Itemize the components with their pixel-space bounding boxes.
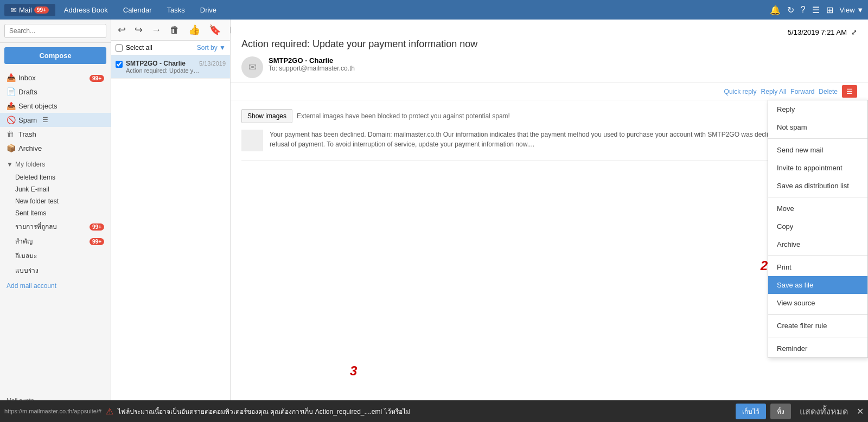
sender-info: SMTP2GO - Charlie To: support@mailmaster… [269, 56, 857, 72]
menu-item-not-spam[interactable]: Not spam [768, 118, 867, 136]
message-toolbar: ↩ ↪ → 🗑 👍 🔖 ⊞ ☰ [111, 20, 230, 41]
forward-toolbar-icon[interactable]: → [149, 23, 163, 37]
spam-warning-text: External images have been blocked to pro… [297, 112, 510, 120]
status-close-icon[interactable]: ✕ [857, 406, 864, 417]
message-list: ↩ ↪ → 🗑 👍 🔖 ⊞ ☰ Select all Sort by ▼ SMT… [111, 20, 231, 422]
undo-icon[interactable]: ↩ [116, 23, 128, 37]
refresh-icon[interactable]: ↻ [787, 5, 794, 15]
subfolder-junk-email[interactable]: Junk E-mail [0, 183, 111, 195]
show-images-button[interactable]: Show images [241, 109, 292, 123]
app-grid-icon[interactable]: ⊞ [826, 5, 833, 15]
sidebar-item-drafts[interactable]: 📄 Drafts [0, 85, 111, 99]
forward-link[interactable]: Forward [790, 88, 814, 95]
main-folders: 📥 Inbox 99+ 📄 Drafts 📤 Sent objects 🚫 Sp… [0, 68, 111, 157]
nav-drive[interactable]: Drive [194, 4, 223, 16]
sidebar-item-inbox[interactable]: 📥 Inbox 99+ [0, 71, 111, 85]
raikar-badge: 99+ [90, 223, 104, 231]
select-all-checkbox[interactable] [116, 44, 123, 52]
keep-button[interactable]: เก็บไว้ [736, 404, 766, 419]
subfolder-samkhan[interactable]: สำคัญ 99+ [0, 234, 111, 248]
expand-email-icon[interactable]: ⤢ [851, 28, 857, 36]
menu-item-archive[interactable]: Archive [768, 235, 867, 253]
more-actions-button[interactable]: ☰ [842, 85, 857, 98]
top-nav: ✉ Mail 99+ Address Book Calendar Tasks D… [0, 0, 868, 20]
menu-icon[interactable]: ☰ [812, 5, 820, 15]
subfolder-draft-th[interactable]: แบบร่าง [0, 263, 111, 278]
menu-item-save-distribution[interactable]: Save as distribution list [768, 177, 867, 195]
subfolder-new-folder-test[interactable]: New folder test [0, 195, 111, 207]
spam-label: Spam [18, 116, 37, 124]
reply-all-link[interactable]: Reply All [761, 88, 787, 95]
email-thumbnail [241, 130, 263, 151]
menu-item-view-source[interactable]: View source [768, 294, 867, 312]
archive-icon: 📦 [7, 144, 15, 152]
subfolder-sent-items[interactable]: Sent Items [0, 207, 111, 219]
trash-icon: 🗑 [7, 130, 15, 138]
nav-mail[interactable]: ✉ Mail 99+ [4, 4, 55, 16]
sort-by-button[interactable]: Sort by ▼ [197, 44, 226, 52]
subfolder-raikar[interactable]: รายการที่ถูกลบ 99+ [0, 219, 111, 234]
status-bar: https://m.mailmaster.co.th/appsuite/# ⚠ … [0, 400, 868, 422]
nav-calendar[interactable]: Calendar [117, 4, 158, 16]
new-folder-test-label: New folder test [15, 197, 59, 205]
status-url: https://m.mailmaster.co.th/appsuite/# [4, 408, 101, 414]
discard-button[interactable]: ทิ้ง [770, 404, 791, 419]
menu-item-copy[interactable]: Copy [768, 218, 867, 235]
compose-button[interactable]: Compose [4, 47, 106, 64]
raikar-label: รายการที่ถูกลบ [15, 221, 57, 232]
top-nav-left: ✉ Mail 99+ Address Book Calendar Tasks D… [4, 4, 223, 16]
archive-label: Archive [18, 144, 42, 152]
nav-address-book[interactable]: Address Book [58, 4, 114, 16]
menu-item-create-filter-rule[interactable]: Create filter rule [768, 317, 867, 335]
nav-drive-label: Drive [200, 6, 216, 14]
nav-calendar-label: Calendar [123, 6, 152, 14]
notification-icon[interactable]: 🔔 [770, 5, 781, 15]
sidebar-item-trash[interactable]: 🗑 Trash [0, 127, 111, 141]
message-content: SMTP2GO - Charlie 5/13/2019 Action requi… [126, 60, 226, 74]
sidebar-item-spam[interactable]: 🚫 Spam ☰ [0, 113, 111, 127]
sidebar-item-archive[interactable]: 📦 Archive [0, 141, 111, 155]
help-icon[interactable]: ? [801, 5, 806, 15]
menu-separator-3 [768, 255, 867, 256]
search-input[interactable] [4, 24, 106, 38]
menu-item-reminder[interactable]: Reminder [768, 340, 867, 357]
search-area [0, 20, 111, 43]
menu-item-invite-appointment[interactable]: Invite to appointment [768, 159, 867, 177]
menu-item-send-new-mail[interactable]: Send new mail [768, 141, 867, 159]
subfolder-deleted-items[interactable]: Deleted Items [0, 171, 111, 183]
delete-link[interactable]: Delete [819, 88, 838, 95]
redo-icon[interactable]: ↪ [132, 23, 145, 37]
inbox-badge: 99+ [90, 74, 104, 82]
view-button[interactable]: View ▼ [840, 6, 864, 14]
subfolder-email-ma[interactable]: อีเมลมะ [0, 248, 111, 263]
add-mail-account[interactable]: Add mail account [0, 278, 111, 294]
menu-item-move[interactable]: Move [768, 200, 867, 218]
menu-separator-4 [768, 314, 867, 315]
delete-toolbar-icon[interactable]: 🗑 [168, 23, 182, 37]
menu-separator-5 [768, 337, 867, 337]
menu-item-print[interactable]: Print [768, 258, 867, 276]
samkhan-label: สำคัญ [15, 236, 33, 246]
menu-item-reply[interactable]: Reply [768, 100, 867, 118]
add-mail-label: Add mail account [7, 282, 56, 290]
bookmark-icon[interactable]: 🔖 [207, 23, 223, 37]
select-all-label[interactable]: Select all [126, 44, 152, 52]
spam-menu-icon[interactable]: ☰ [42, 116, 51, 124]
sidebar-item-sent[interactable]: 📤 Sent objects [0, 99, 111, 113]
menu-item-save-as-file[interactable]: Save as file [768, 276, 867, 294]
message-item[interactable]: SMTP2GO - Charlie 5/13/2019 Action requi… [111, 55, 230, 79]
step-3-container: 3 [350, 363, 357, 379]
inbox-icon: 📥 [7, 73, 15, 82]
quick-reply-link[interactable]: Quick reply [724, 88, 757, 95]
drafts-icon: 📄 [7, 87, 15, 96]
message-checkbox[interactable] [116, 61, 123, 68]
step-2-container: 2 [761, 258, 768, 273]
flag-icon[interactable]: 👍 [186, 23, 202, 37]
nav-tasks[interactable]: Tasks [161, 4, 192, 16]
my-folders-header[interactable]: ▼ My folders [0, 157, 111, 171]
status-expand[interactable]: แสดงทั้งหมด [800, 405, 848, 418]
email-date-row: 5/13/2019 7:21 AM ⤢ [241, 28, 857, 36]
sent-items-label: Sent Items [15, 209, 46, 217]
select-all-row: Select all Sort by ▼ [111, 41, 230, 55]
mail-badge: 99+ [34, 7, 49, 14]
